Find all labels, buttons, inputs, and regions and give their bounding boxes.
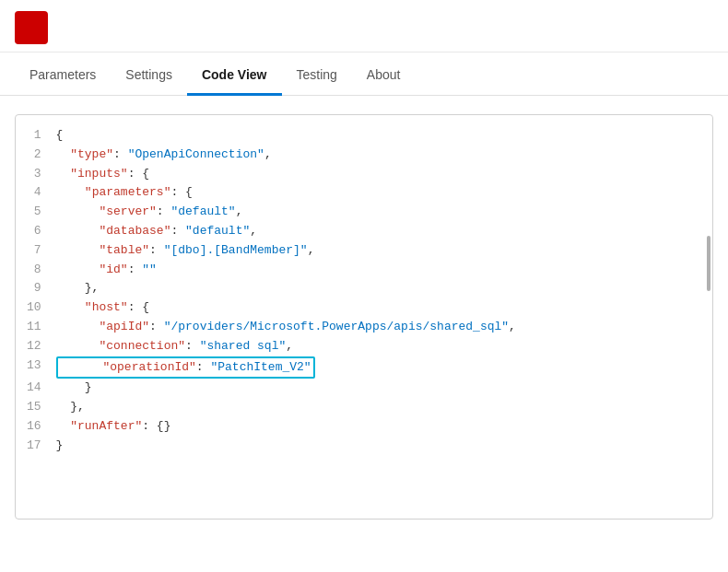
app-icon <box>15 11 48 44</box>
tab-settings[interactable]: Settings <box>111 56 187 96</box>
line-number: 8 <box>16 261 56 280</box>
line-number: 5 <box>16 203 56 222</box>
line-number: 17 <box>16 437 56 456</box>
code-content: } <box>56 379 712 398</box>
table-row: 11 "apiId": "/providers/Microsoft.PowerA… <box>16 318 712 337</box>
code-content: } <box>56 437 712 456</box>
code-content: "inputs": { <box>56 165 712 184</box>
table-row: 17} <box>16 437 712 456</box>
code-table: 1{2 "type": "OpenApiConnection",3 "input… <box>16 126 712 456</box>
table-row: 10 "host": { <box>16 298 712 318</box>
tab-bar: Parameters Settings Code View Testing Ab… <box>0 56 728 96</box>
code-content: "id": "" <box>56 261 712 280</box>
code-content: "server": "default", <box>56 203 712 222</box>
tab-about[interactable]: About <box>352 56 416 96</box>
code-content: "type": "OpenApiConnection", <box>56 146 712 165</box>
table-row: 1{ <box>16 126 712 146</box>
line-number: 15 <box>16 398 56 417</box>
table-row: 14 } <box>16 379 712 398</box>
line-number: 7 <box>16 241 56 261</box>
line-number: 11 <box>16 318 56 337</box>
line-number: 3 <box>16 165 56 184</box>
table-row: 8 "id": "" <box>16 261 712 280</box>
line-number: 2 <box>16 146 56 165</box>
header-actions <box>676 24 713 31</box>
code-content: "host": { <box>56 298 712 318</box>
main-content: 1{2 "type": "OpenApiConnection",3 "input… <box>0 96 728 566</box>
line-number: 9 <box>16 279 56 298</box>
code-content: "database": "default", <box>56 222 712 241</box>
line-number: 4 <box>16 183 56 203</box>
app-container: Parameters Settings Code View Testing Ab… <box>0 0 728 566</box>
back-button[interactable] <box>699 24 713 31</box>
table-row: 12 "connection": "shared sql", <box>16 337 712 356</box>
table-row: 2 "type": "OpenApiConnection", <box>16 146 712 165</box>
code-content: "runAfter": {} <box>56 417 712 437</box>
more-options-button[interactable] <box>676 24 691 31</box>
code-editor[interactable]: 1{2 "type": "OpenApiConnection",3 "input… <box>15 114 713 519</box>
code-content: "parameters": { <box>56 183 712 203</box>
highlighted-code: "operationId": "PatchItem_V2" <box>56 356 315 379</box>
table-row: 3 "inputs": { <box>16 165 712 184</box>
line-number: 16 <box>16 417 56 437</box>
code-content: "apiId": "/providers/Microsoft.PowerApps… <box>56 318 712 337</box>
code-content: }, <box>56 279 712 298</box>
code-content: }, <box>56 398 712 417</box>
line-number: 6 <box>16 222 56 241</box>
tab-testing[interactable]: Testing <box>282 56 352 96</box>
line-number: 13 <box>16 356 56 379</box>
table-row: 15 }, <box>16 398 712 417</box>
tab-code-view[interactable]: Code View <box>187 56 282 96</box>
table-row: 4 "parameters": { <box>16 183 712 203</box>
scrollbar[interactable] <box>707 236 710 291</box>
code-content: { <box>56 126 712 146</box>
table-row: 5 "server": "default", <box>16 203 712 222</box>
code-content: "connection": "shared sql", <box>56 337 712 356</box>
header-left <box>15 11 59 44</box>
code-content: "table": "[dbo].[BandMember]", <box>56 241 712 261</box>
table-row: 7 "table": "[dbo].[BandMember]", <box>16 241 712 261</box>
header <box>0 0 728 53</box>
line-number: 12 <box>16 337 56 356</box>
code-content: "operationId": "PatchItem_V2" <box>56 356 712 379</box>
line-number: 10 <box>16 298 56 318</box>
table-row: 16 "runAfter": {} <box>16 417 712 437</box>
line-number: 14 <box>16 379 56 398</box>
table-row: 6 "database": "default", <box>16 222 712 241</box>
table-row: 13 "operationId": "PatchItem_V2" <box>16 356 712 379</box>
table-row: 9 }, <box>16 279 712 298</box>
tab-parameters[interactable]: Parameters <box>15 56 111 96</box>
line-number: 1 <box>16 126 56 146</box>
